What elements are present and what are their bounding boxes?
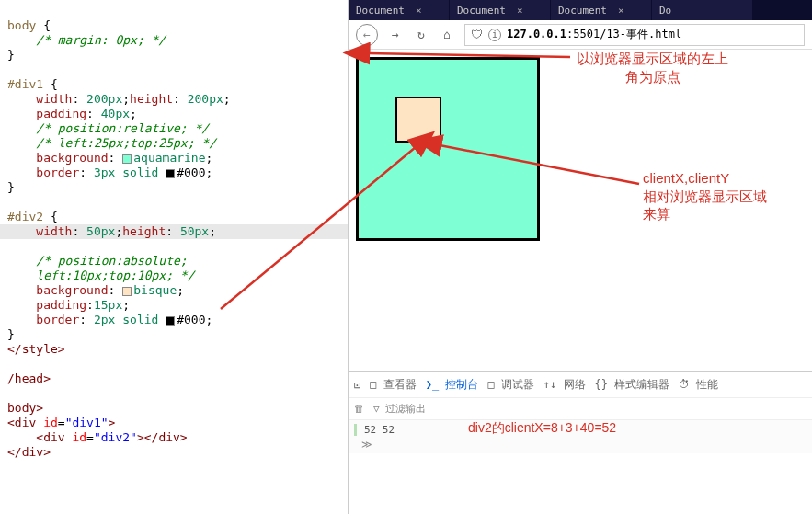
tab-0[interactable]: Document× — [349, 0, 450, 20]
browser-tabs: Document× Document× Document× Do — [349, 0, 812, 20]
close-icon[interactable]: × — [517, 5, 523, 17]
url-bar[interactable]: 🛡 i 127.0.0.1:5501/13-事件.html — [464, 24, 805, 46]
tab-2[interactable]: Document× — [551, 0, 652, 20]
dt-tab-net[interactable]: ↑↓ 网络 — [543, 377, 586, 393]
dt-tab-perf[interactable]: ⏱ 性能 — [679, 377, 718, 393]
annotation-origin: 以浏览器显示区域的左上 角为原点 — [577, 50, 728, 86]
reload-icon[interactable]: ↻ — [413, 27, 429, 43]
tab-3[interactable]: Do — [652, 0, 753, 20]
browser-nav: ← → ↻ ⌂ 🛡 i 127.0.0.1:5501/13-事件.html — [349, 20, 812, 50]
browser-pane: Document× Document× Document× Do ← → ↻ ⌂… — [348, 0, 812, 514]
div1-box[interactable] — [356, 57, 540, 241]
annotation-clientxy: clientX,clientY 相对浏览器显示区域 来算 — [643, 169, 767, 223]
dt-tab-console[interactable]: ❯_ 控制台 — [426, 377, 479, 393]
console-output: 52 52 ≫ div2的clientX=8+3+40=52 — [349, 420, 812, 453]
close-icon[interactable]: × — [618, 5, 624, 17]
close-icon[interactable]: × — [416, 5, 422, 17]
code-editor[interactable]: body { /* margin: 0px; */ } #div1 { widt… — [0, 0, 348, 514]
trash-icon[interactable]: 🗑 — [354, 403, 364, 415]
filter-input[interactable]: ▽ 过滤输出 — [373, 402, 426, 416]
code-body: body { /* margin: 0px; */ } #div1 { widt… — [0, 4, 348, 460]
annotation-clientx-calc: div2的clientX=8+3+40=52 — [468, 420, 616, 437]
devtools: ⊡ □ 查看器 ❯_ 控制台 □ 调试器 ↑↓ 网络 {} 样式编辑器 ⏱ 性能… — [349, 371, 812, 514]
dt-tab-debug[interactable]: □ 调试器 — [487, 377, 533, 393]
devtools-toggle-icon[interactable]: ⊡ — [354, 379, 360, 392]
shield-icon: 🛡 — [471, 28, 483, 41]
tab-1[interactable]: Document× — [450, 0, 551, 20]
url-host: 127.0.0.1:5501/13-事件.html — [507, 27, 681, 42]
back-icon[interactable]: ← — [356, 24, 378, 46]
forward-icon[interactable]: → — [387, 27, 404, 43]
dt-tab-inspect[interactable]: □ 查看器 — [370, 377, 416, 393]
div2-box[interactable] — [395, 97, 441, 143]
viewport: 以浏览器显示区域的左上 角为原点 clientX,clientY 相对浏览器显示… — [349, 50, 812, 371]
dt-tab-style[interactable]: {} 样式编辑器 — [595, 377, 670, 393]
home-icon[interactable]: ⌂ — [439, 27, 455, 43]
info-icon[interactable]: i — [488, 29, 501, 41]
